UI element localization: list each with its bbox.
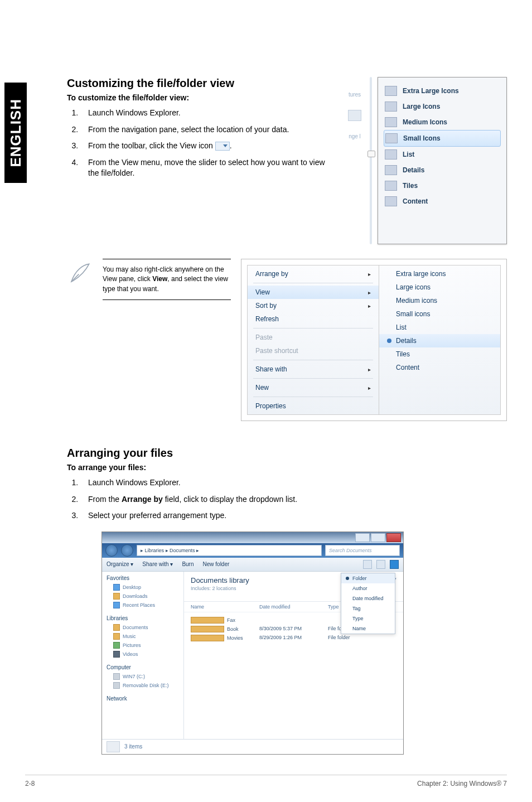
status-text: 3 items xyxy=(124,743,142,750)
view-option-details[interactable]: Details xyxy=(384,162,501,178)
checkmark-dot-icon xyxy=(387,339,391,343)
nav-videos[interactable]: Videos xyxy=(107,650,179,659)
nav-libraries[interactable]: Libraries xyxy=(107,615,179,621)
library-subtitle: Includes: 2 locations xyxy=(191,586,249,591)
s2-step3: Select your preferred arrangement type. xyxy=(80,510,507,521)
arrange-opt-datemod[interactable]: Date modified xyxy=(341,593,395,603)
page-number: 2-8 xyxy=(25,780,35,787)
language-label: ENGLISH xyxy=(7,99,25,167)
sub-small[interactable]: Small icons xyxy=(379,307,500,321)
view-option-extra-large[interactable]: Extra Large Icons xyxy=(384,83,501,99)
arrange-dropdown: Folder Author Date modified Tag Type Nam… xyxy=(341,573,395,634)
ctx-arrange-by[interactable]: Arrange by▸ xyxy=(248,267,379,281)
nav-computer[interactable]: Computer xyxy=(107,664,179,670)
context-menu-panel: Arrange by▸ View▸ Sort by▸ Refresh Paste… xyxy=(241,259,507,421)
s2-step2: From the Arrange by field, click to disp… xyxy=(80,494,507,505)
toolbar-organize[interactable]: Organize ▾ xyxy=(107,561,133,567)
sub-large[interactable]: Large icons xyxy=(379,281,500,294)
view-option-small[interactable]: Small Icons xyxy=(384,130,501,147)
ctx-share-with[interactable]: Share with▸ xyxy=(248,363,379,376)
section1-heading: Customizing the file/folder view xyxy=(67,77,335,90)
section2-subheading: To arrange your files: xyxy=(67,463,507,472)
nav-favorites[interactable]: Favorites xyxy=(107,575,179,581)
s1-step1: Launch Windows Explorer. xyxy=(80,108,335,119)
titlebar xyxy=(102,532,403,543)
page-footer: 2-8 Chapter 2: Using Windows® 7 xyxy=(25,775,507,787)
section2-steps: Launch Windows Explorer. From the Arrang… xyxy=(67,477,507,521)
strip-cell-icon xyxy=(348,110,361,121)
nav-localdisk[interactable]: WIN7 (C:) xyxy=(107,672,179,681)
file-row[interactable]: Movies8/29/2009 1:26 PMFile folder xyxy=(191,634,396,642)
view-button-icon[interactable] xyxy=(363,560,372,569)
slider-knob[interactable] xyxy=(367,151,375,157)
preview-pane-icon[interactable] xyxy=(376,560,385,569)
toolbar-share[interactable]: Share with ▾ xyxy=(142,561,173,567)
s1-step3: From the toolbar, click the View icon . xyxy=(80,141,335,152)
s2-step1: Launch Windows Explorer. xyxy=(80,477,507,489)
window-minimize-button[interactable] xyxy=(355,533,370,542)
strip-label-2: nge l xyxy=(349,133,361,139)
address-bar[interactable]: ▸ Libraries ▸ Documents ▸ xyxy=(137,545,322,556)
nav-music[interactable]: Music xyxy=(107,632,179,641)
view-icon xyxy=(215,142,230,151)
nav-forward-button[interactable] xyxy=(121,544,133,557)
view-slider[interactable] xyxy=(367,77,374,244)
nav-network[interactable]: Network xyxy=(107,695,179,702)
section1-steps: Launch Windows Explorer. From the naviga… xyxy=(67,108,335,179)
sub-list[interactable]: List xyxy=(379,321,500,334)
arrange-opt-tag[interactable]: Tag xyxy=(341,603,395,613)
status-bar: 3 items xyxy=(102,739,403,754)
section1-subheading: To customize the file/folder view: xyxy=(67,93,335,102)
status-thumb-icon xyxy=(107,741,120,752)
toolbar-newfolder[interactable]: New folder xyxy=(203,561,230,567)
arrange-opt-name[interactable]: Name xyxy=(341,624,395,634)
ctx-refresh[interactable]: Refresh xyxy=(248,312,379,326)
note-feather-icon xyxy=(67,259,93,284)
ctx-new[interactable]: New▸ xyxy=(248,381,379,394)
search-input[interactable]: Search Documents xyxy=(325,545,400,556)
explorer-window: ▸ Libraries ▸ Documents ▸ Search Documen… xyxy=(101,532,404,755)
context-menu: Arrange by▸ View▸ Sort by▸ Refresh Paste… xyxy=(247,265,379,415)
nav-downloads[interactable]: Downloads xyxy=(107,592,179,601)
sub-tiles[interactable]: Tiles xyxy=(379,347,500,361)
window-close-button[interactable] xyxy=(386,533,401,542)
strip-label-1: tures xyxy=(349,91,361,98)
view-option-list[interactable]: List xyxy=(384,147,501,162)
chapter-label: Chapter 2: Using Windows® 7 xyxy=(417,780,507,787)
ctx-view[interactable]: View▸ xyxy=(248,286,379,299)
help-icon[interactable] xyxy=(390,560,399,569)
view-option-content[interactable]: Content xyxy=(384,194,501,209)
sub-extra-large[interactable]: Extra large icons xyxy=(379,267,500,281)
arrange-opt-folder[interactable]: Folder xyxy=(341,573,395,583)
view-submenu: Extra large icons Large icons Medium ico… xyxy=(379,265,501,415)
note-text: You may also right-click anywhere on the… xyxy=(103,259,231,300)
ctx-properties[interactable]: Properties xyxy=(248,399,379,413)
section2-heading: Arranging your files xyxy=(67,447,507,460)
arrange-opt-author[interactable]: Author xyxy=(341,583,395,593)
arrange-opt-type[interactable]: Type xyxy=(341,613,395,624)
sub-details[interactable]: Details xyxy=(379,334,500,347)
toolbar-burn[interactable]: Burn xyxy=(182,561,194,567)
view-option-large[interactable]: Large Icons xyxy=(384,99,501,114)
nav-recent[interactable]: Recent Places xyxy=(107,601,179,610)
s1-step2: From the navigation pane, select the loc… xyxy=(80,124,335,136)
ctx-paste: Paste xyxy=(248,331,379,344)
ctx-sort-by[interactable]: Sort by▸ xyxy=(248,299,379,312)
nav-removable[interactable]: Removable Disk (E:) xyxy=(107,681,179,690)
ctx-paste-shortcut: Paste shortcut xyxy=(248,344,379,357)
nav-desktop[interactable]: Desktop xyxy=(107,583,179,592)
view-option-tiles[interactable]: Tiles xyxy=(384,178,501,194)
window-maximize-button[interactable] xyxy=(371,533,385,542)
library-title: Documents library xyxy=(191,576,249,584)
nav-pane: Favorites Desktop Downloads Recent Place… xyxy=(102,572,184,739)
sub-content[interactable]: Content xyxy=(379,361,500,374)
s1-step4: From the View menu, move the slider to s… xyxy=(80,157,335,179)
sub-medium[interactable]: Medium icons xyxy=(379,294,500,307)
nav-pictures[interactable]: Pictures xyxy=(107,641,179,650)
view-options-panel: tures nge l Extra Large Icons Large Icon… xyxy=(345,77,507,244)
view-option-medium[interactable]: Medium Icons xyxy=(384,114,501,130)
nav-back-button[interactable] xyxy=(105,544,118,557)
language-tab: ENGLISH xyxy=(4,83,27,183)
nav-documents[interactable]: Documents xyxy=(107,623,179,632)
